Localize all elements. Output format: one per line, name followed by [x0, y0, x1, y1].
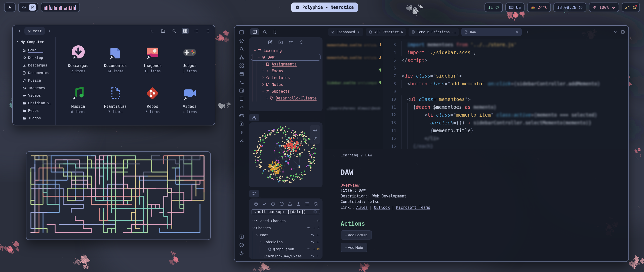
ribbon-doc-search-icon[interactable] [238, 121, 245, 127]
ribbon-vault-icon[interactable] [238, 233, 245, 240]
tree-item-desarrollo-cliente[interactable]: Desarrollo-Cliente [251, 95, 321, 101]
explorer-file[interactable]: mementoOne.svelte src\co…U [327, 43, 381, 47]
sidebar-item-imagenes[interactable]: Imagenes [16, 84, 55, 92]
stage-icon[interactable] [312, 226, 316, 230]
notifications-module[interactable]: 24 [622, 3, 640, 12]
tree-toolbar-collapse-icon[interactable] [299, 40, 304, 45]
list-toolbar-icon[interactable] [193, 28, 200, 34]
commit-message-input[interactable]: vault backup: {{date}} [252, 209, 320, 214]
git-refresh-icon[interactable] [313, 201, 318, 206]
updates-module[interactable]: 11 [485, 3, 503, 12]
sidebar-item-home[interactable]: Home [16, 46, 55, 54]
discard-icon[interactable] [307, 247, 311, 251]
ribbon-panel-left-icon[interactable] [238, 29, 245, 35]
git-download-tray-icon[interactable] [296, 201, 301, 206]
tree-item-lectures[interactable]: Lectures [251, 74, 321, 81]
ribbon-gear-icon[interactable] [238, 250, 245, 256]
clear-input-icon[interactable] [313, 210, 317, 214]
workspace-1[interactable] [20, 4, 27, 11]
audio-module[interactable]: 100% [589, 3, 619, 12]
graph-panel-tab[interactable] [249, 114, 259, 121]
sidebar-item-repos[interactable]: Repos [16, 107, 55, 114]
ribbon-calendar-icon[interactable] [238, 71, 245, 77]
tree-item-learning[interactable]: Learning [251, 47, 321, 54]
discard-icon[interactable] [311, 240, 314, 244]
nav-back-button[interactable] [17, 28, 22, 34]
note-link-outlook[interactable]: Outlook [374, 205, 390, 211]
code-editor[interactable]: 345678910111213141516 import mementoes f… [383, 39, 628, 149]
explorer-file[interactable]: mementoTwo.svelte src\co…U [327, 55, 381, 60]
git-upload-icon[interactable] [288, 201, 292, 206]
git-row-root[interactable]: root [252, 231, 320, 239]
discard-icon[interactable] [307, 226, 311, 230]
discard-icon[interactable] [311, 233, 314, 237]
add-note-button[interactable]: + Add Note [341, 243, 367, 252]
ribbon-tools-icon[interactable] [238, 137, 245, 143]
sidebar-item-videos[interactable]: Videos [16, 92, 55, 99]
sidebar-item-juegos[interactable]: Juegos [16, 114, 55, 122]
panel-tab-search[interactable] [260, 28, 269, 35]
git-row-learning-daw-exams[interactable]: Learning/DAW/Exams [252, 253, 320, 259]
folder-musica[interactable]: Musica6 items [60, 81, 97, 122]
explorer-file[interactable]: Sidebar.svelte src\compon…M [327, 81, 381, 85]
folder-videos[interactable]: Videos4 items [171, 81, 208, 122]
git-row-graph-json[interactable]: graph.jsonM [252, 246, 320, 253]
tab-dashboard[interactable]: Dashboard [328, 28, 363, 36]
breadcrumb-segment[interactable]: DAW [366, 153, 372, 157]
ribbon-terminal-icon[interactable] [238, 79, 245, 85]
app-launcher-button[interactable] [4, 3, 16, 12]
keyboard-layout-module[interactable]: US [505, 3, 524, 12]
ribbon-table-icon[interactable] [238, 87, 245, 93]
folder-documentos[interactable]: Documentos14 items [97, 40, 134, 81]
explorer-file[interactable]: …\Users\Ferenc_Almasi\Desktop [327, 106, 381, 110]
folder-repos[interactable]: Repos6 items [134, 81, 171, 122]
ribbon-dollar-icon[interactable]: $ [238, 129, 245, 135]
workspace-2-active[interactable] [29, 4, 36, 11]
tree-item-assignments[interactable]: Assignments [251, 61, 321, 67]
tree-item-subjects[interactable]: Subjects [251, 88, 321, 95]
ribbon-help-icon[interactable] [238, 242, 245, 248]
folder-plus-toolbar-icon[interactable] [159, 28, 167, 34]
layout-grid-toolbar-icon[interactable] [182, 28, 189, 34]
sidebar-item-desktop[interactable]: Desktop [16, 54, 55, 61]
git-panel-tab[interactable] [249, 190, 259, 197]
new-tab-button[interactable] [525, 30, 529, 34]
weather-module[interactable]: 24°C [527, 3, 551, 12]
nav-forward-button[interactable] [47, 28, 52, 34]
ribbon-layout-grid-icon[interactable] [238, 62, 245, 69]
stage-icon[interactable] [316, 241, 319, 244]
breadcrumb-segment[interactable]: Learning [341, 153, 358, 157]
git-row-changes[interactable]: Changes2 [252, 224, 320, 231]
ribbon-book-icon[interactable] [238, 96, 245, 102]
tree-toolbar-folder-plus-icon[interactable] [278, 40, 283, 45]
graph-settings-gear-icon[interactable] [313, 128, 317, 133]
ribbon-template-icon[interactable]: <% [238, 104, 245, 110]
stage-icon[interactable] [312, 248, 316, 251]
now-playing-widget[interactable]: Polyphia - Neurotica [291, 3, 358, 12]
breadcrumb[interactable]: matt [24, 27, 45, 35]
git-list-icon[interactable] [305, 201, 309, 206]
dots-grid-toolbar-icon[interactable] [204, 28, 211, 34]
add-lecture-button[interactable]: + Add Lecture [341, 230, 372, 240]
git-row-staged-changes[interactable]: Staged Changes—0 [252, 217, 320, 224]
stage-icon[interactable] [316, 233, 319, 237]
git-circle-plus-icon[interactable] [271, 201, 275, 206]
terminal-toolbar-icon[interactable] [148, 28, 155, 34]
panel-right-icon[interactable] [621, 30, 625, 34]
git-row--obsidian[interactable]: .obsidian [252, 239, 320, 246]
note-link-aules[interactable]: Aules [356, 205, 368, 211]
discard-icon[interactable] [311, 254, 314, 258]
clock-module[interactable]: 18:08:28 [553, 3, 586, 12]
sidebar-item-descargas[interactable]: Descargas [16, 61, 55, 69]
tab-tema-6-pr-cticas-[interactable]: Tema 6 Prácticas -… [409, 28, 459, 36]
folder-juegos[interactable]: Juegos8 items [171, 40, 208, 81]
git-circle-minus-icon[interactable] [279, 201, 284, 206]
ribbon-git-fork-icon[interactable] [238, 54, 245, 60]
note-breadcrumb[interactable]: Learning/DAW [341, 153, 618, 157]
sidebar-item-obsidian-v-[interactable]: Obsidian V… [16, 99, 55, 107]
search-toolbar-icon[interactable] [171, 28, 178, 34]
chevron-down-icon[interactable] [613, 30, 617, 34]
git-check-icon[interactable] [262, 201, 267, 206]
explorer-file[interactable]: M [327, 68, 381, 73]
folder-descargas[interactable]: Descargas2 items [60, 40, 97, 81]
